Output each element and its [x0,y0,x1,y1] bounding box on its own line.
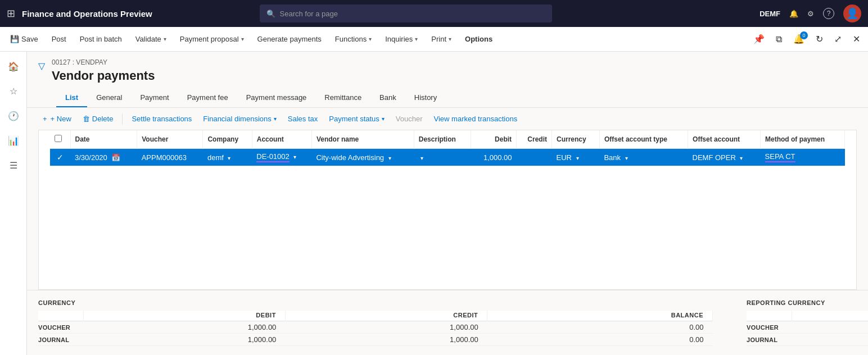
post-in-batch-button[interactable]: Post in batch [74,33,128,45]
col-currency[interactable]: Currency [551,130,599,149]
new-button[interactable]: + + New [38,112,76,125]
generate-payments-button[interactable]: Generate payments [252,33,327,45]
account-dropdown[interactable]: ▾ [293,154,296,160]
desc-dropdown[interactable]: ▾ [421,155,423,161]
notification-badge: 🔔 0 [790,31,808,47]
table-row[interactable]: ✓ 3/30/2020 📅 APPM000063 demf ▾ DE-01002 [50,149,845,166]
page-title: Vendor payments [52,69,155,83]
row-checkbox-cell[interactable]: ✓ [50,149,70,166]
tab-general[interactable]: General [87,89,131,107]
close-button[interactable]: ✕ [849,31,864,47]
col-vendor-name[interactable]: Vendor name [311,130,414,149]
row-offset-account-type[interactable]: Bank ▾ [599,149,688,166]
tab-bank[interactable]: Bank [370,89,405,107]
tab-payment-message[interactable]: Payment message [237,89,316,107]
currency-dropdown[interactable]: ▾ [576,155,579,161]
col-account[interactable]: Account [252,130,311,149]
settings-gear[interactable]: ⚙ [807,10,814,18]
vendor-dropdown[interactable]: ▾ [388,155,391,161]
reporting-title: REPORTING CURRENCY [747,299,868,306]
tab-payment[interactable]: Payment [131,89,178,107]
col-method-of-payment[interactable]: Method of paymen [761,130,845,149]
summary-label: JOURNAL [38,334,83,346]
company-dropdown[interactable]: ▾ [228,155,230,161]
row-credit[interactable] [517,149,552,166]
currency-credit-header: CREDIT [285,311,487,321]
functions-button[interactable]: Functions ▾ [329,33,377,45]
col-credit[interactable]: Credit [517,130,552,149]
col-check[interactable] [50,130,70,149]
payment-status-button[interactable]: Payment status ▾ [324,112,389,125]
row-currency[interactable]: EUR ▾ [551,149,599,166]
sales-tax-button[interactable]: Sales tax [283,112,322,125]
help-icon[interactable]: ? [823,8,834,19]
notification-bell[interactable]: 🔔 [789,10,798,18]
tab-remittance[interactable]: Remittance [315,89,370,107]
row-company[interactable]: demf ▾ [203,149,252,166]
col-voucher[interactable]: Voucher [137,130,203,149]
expand-button[interactable]: ⧉ [772,32,785,47]
summary-credit: 1,000.00 [285,321,487,334]
sidebar-favorites[interactable]: ☆ [3,81,24,101]
currency-debit-header: DEBIT [83,311,285,321]
sidebar-home[interactable]: 🏠 [3,56,24,76]
col-date[interactable]: Date [70,130,137,149]
row-debit[interactable]: 1,000.00 [471,149,516,166]
rep-summary-debit: 1,369.86 [792,321,868,334]
search-bar[interactable]: 🔍 [260,4,552,22]
col-description[interactable]: Description [414,130,471,149]
row-description[interactable]: ▾ [414,149,471,166]
tab-payment-fee[interactable]: Payment fee [178,89,237,107]
reporting-currency-summary: REPORTING CURRENCY DEBIT CREDIT BALANCE … [747,299,868,346]
settle-transactions-button[interactable]: Settle transactions [127,112,196,125]
tab-bar: List General Payment Payment fee Payment… [27,89,868,108]
user-avatar[interactable]: 👤 [843,4,861,22]
currency-summary: CURRENCY DEBIT CREDIT BALANCE VOUCHER 1,… [38,299,713,346]
voucher-button[interactable]: Voucher [391,112,427,125]
row-account[interactable]: DE-01002 ▾ [252,149,311,166]
delete-button[interactable]: 🗑 Delete [78,112,118,125]
sidebar-workspaces[interactable]: 📊 [3,130,24,151]
tab-list[interactable]: List [56,89,87,107]
offset-account-dropdown[interactable]: ▾ [740,155,743,161]
sidebar-modules[interactable]: ☰ [3,155,24,175]
row-voucher[interactable]: APPM000063 [137,149,203,166]
sidebar-recent[interactable]: 🕐 [3,106,24,126]
row-method-of-payment[interactable]: SEPA CT [761,149,845,166]
validate-button[interactable]: Validate ▾ [130,33,172,45]
search-input[interactable] [280,10,545,18]
summary-row: JOURNAL 1,000.00 1,000.00 0.00 [38,334,713,346]
calendar-icon[interactable]: 📅 [111,153,120,162]
refresh-button[interactable]: ↻ [812,31,826,47]
rep-debit-header: DEBIT [792,311,868,321]
offset-type-dropdown[interactable]: ▾ [625,155,628,161]
post-button[interactable]: Post [46,33,72,45]
row-checkmark: ✓ [57,153,64,162]
currency-balance-header: BALANCE [487,311,713,321]
print-button[interactable]: Print ▾ [426,33,457,45]
row-vendor-name[interactable]: City-wide Advertising ▾ [311,149,414,166]
filter-icon[interactable]: ▽ [38,61,45,71]
pin-button[interactable]: 📌 [750,31,768,47]
rep-summary-label: JOURNAL [747,334,792,346]
col-offset-account-type[interactable]: Offset account type [599,130,688,149]
summary-balance: 0.00 [487,334,713,346]
rep-summary-debit: 1,369.86 [792,334,868,346]
row-offset-account[interactable]: DEMF OPER ▾ [688,149,761,166]
col-debit[interactable]: Debit [471,130,516,149]
financial-dimensions-button[interactable]: Financial dimensions ▾ [198,112,281,125]
row-date[interactable]: 3/30/2020 📅 [70,149,137,166]
view-marked-transactions-button[interactable]: View marked transactions [430,112,522,125]
col-company[interactable]: Company [203,130,252,149]
plus-icon: + [43,115,47,123]
tab-history[interactable]: History [405,89,446,107]
open-in-new-button[interactable]: ⤢ [831,31,845,47]
save-icon: 💾 [10,35,19,43]
col-offset-account[interactable]: Offset account [688,130,761,149]
inquiries-button[interactable]: Inquiries ▾ [379,33,423,45]
options-button[interactable]: Options [459,33,498,45]
select-all-checkbox[interactable] [55,135,62,142]
save-button[interactable]: 💾 Save [4,33,44,45]
payment-proposal-button[interactable]: Payment proposal ▾ [174,33,250,45]
grid-icon[interactable]: ⊞ [7,7,15,20]
